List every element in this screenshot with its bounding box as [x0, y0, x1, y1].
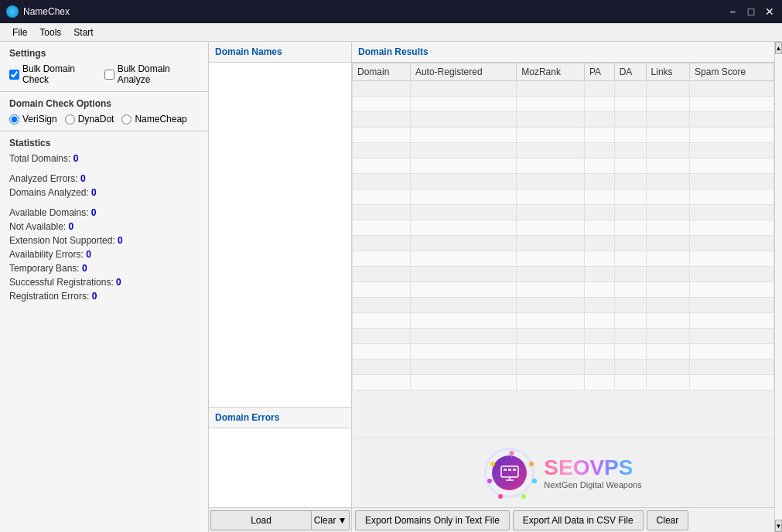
bulk-domain-check-label[interactable]: Bulk Domain Check — [9, 63, 98, 85]
results-toolbar: Export Domains Only in Text File Export … — [352, 507, 774, 532]
results-header-title: Domain Results — [358, 46, 429, 57]
menu-start[interactable]: Start — [67, 26, 99, 39]
table-row — [353, 159, 774, 174]
menu-tools[interactable]: Tools — [33, 26, 67, 39]
analyzed-errors-row: Analyzed Errors: 0 — [9, 173, 199, 184]
svg-point-5 — [487, 479, 492, 483]
scrollbar-track — [775, 54, 782, 520]
extension-not-supported-value: 0 — [118, 235, 123, 246]
table-header-row: Domain Auto-Registered MozRank PA DA Lin… — [353, 63, 774, 81]
scrollbar-up-arrow[interactable]: ▲ — [775, 42, 782, 54]
left-panel: Settings Bulk Domain Check Bulk Domain A… — [0, 42, 209, 532]
results-header: Domain Results — [352, 42, 774, 63]
right-area: Domain Names Domain Errors Load Clear ▼ … — [209, 42, 782, 532]
domains-analyzed-row: Domains Analyzed: 0 — [9, 187, 199, 198]
settings-section: Settings Bulk Domain Check Bulk Domain A… — [0, 42, 208, 92]
verisign-label[interactable]: VeriSign — [9, 114, 57, 124]
temporary-bans-row: Temporary Bans: 0 — [9, 263, 199, 274]
availability-errors-value: 0 — [86, 249, 91, 260]
analyzed-errors-value: 0 — [80, 173, 86, 184]
svg-point-6 — [490, 462, 495, 466]
domain-names-header: Domain Names — [209, 42, 351, 63]
svg-point-4 — [498, 494, 503, 499]
not-available-row: Not Available: 0 — [9, 221, 199, 232]
results-table: Domain Auto-Registered MozRank PA DA Lin… — [352, 63, 774, 390]
namecheap-text: NameCheap — [135, 114, 186, 124]
table-row — [353, 282, 774, 298]
results-tbody — [353, 81, 774, 390]
domain-names-panel: Domain Names Domain Errors Load Clear ▼ — [209, 42, 352, 532]
availability-errors-row: Availability Errors: 0 — [9, 249, 199, 260]
minimize-button[interactable]: − — [726, 5, 739, 18]
table-row — [353, 344, 774, 360]
domain-errors-header: Domain Errors — [209, 408, 351, 428]
namecheap-radio[interactable] — [121, 114, 131, 124]
seo-text: SEOVPS NextGen Digital Weapons — [544, 457, 641, 489]
results-table-container: Domain Auto-Registered MozRank PA DA Lin… — [352, 63, 774, 438]
table-row — [353, 81, 774, 97]
col-auto-registered: Auto-Registered — [410, 63, 516, 81]
table-row — [353, 174, 774, 189]
table-row — [353, 97, 774, 112]
logo-decoration — [487, 450, 537, 500]
table-row — [353, 112, 774, 128]
title-bar: NameChex − □ ✕ — [0, 0, 782, 23]
results-clear-button[interactable]: Clear — [647, 510, 689, 530]
domain-names-toolbar: Load Clear ▼ — [209, 507, 351, 532]
col-spam-score: Spam Score — [690, 63, 774, 81]
table-row — [353, 251, 774, 267]
dynadot-text: DynaDot — [78, 114, 114, 124]
table-row — [353, 298, 774, 313]
registration-errors-value: 0 — [92, 291, 97, 302]
available-domains-row: Available Domains: 0 — [9, 207, 199, 218]
verisign-text: VeriSign — [22, 114, 57, 124]
table-row — [353, 220, 774, 236]
bulk-domain-analyze-label[interactable]: Bulk Domain Analyze — [104, 63, 199, 85]
close-button[interactable]: ✕ — [763, 5, 776, 18]
bulk-domain-analyze-text: Bulk Domain Analyze — [118, 63, 199, 85]
successful-registrations-value: 0 — [116, 277, 121, 288]
settings-checkboxes: Bulk Domain Check Bulk Domain Analyze — [9, 63, 199, 85]
verisign-radio[interactable] — [9, 114, 19, 124]
col-pa: PA — [584, 63, 614, 81]
menu-bar: File Tools Start — [0, 23, 782, 42]
right-scrollbar: ▲ ▼ — [774, 42, 782, 532]
extension-not-supported-row: Extension Not Supported: 0 — [9, 235, 199, 246]
col-domain: Domain — [353, 63, 411, 81]
table-row — [353, 329, 774, 344]
domain-check-radio-row: VeriSign DynaDot NameCheap — [9, 114, 199, 124]
maximize-button[interactable]: □ — [745, 5, 757, 18]
table-row — [353, 143, 774, 159]
seo-logo: SEOVPS NextGen Digital Weapons — [484, 448, 641, 498]
dynadot-label[interactable]: DynaDot — [65, 114, 114, 124]
app-title: NameChex — [23, 6, 70, 17]
load-button[interactable]: Load — [210, 510, 311, 530]
namecheap-label[interactable]: NameCheap — [121, 114, 186, 124]
domains-analyzed-label: Domains Analyzed: 0 — [9, 187, 97, 198]
bulk-domain-check-input[interactable] — [9, 70, 19, 80]
clear-dropdown-button[interactable]: Clear ▼ — [311, 510, 350, 530]
clear-label: Clear — [314, 515, 336, 526]
logo-circle — [484, 448, 534, 498]
table-row — [353, 313, 774, 329]
total-domains-row: Total Domains: 0 — [9, 153, 199, 164]
dynadot-radio[interactable] — [65, 114, 75, 124]
table-row — [353, 375, 774, 390]
domain-errors-input[interactable] — [209, 428, 351, 507]
logo-area: SEOVPS NextGen Digital Weapons — [352, 438, 774, 507]
bulk-domain-analyze-input[interactable] — [104, 70, 114, 80]
registration-errors-row: Registration Errors: 0 — [9, 291, 199, 302]
scrollbar-down-arrow[interactable]: ▼ — [775, 520, 782, 532]
title-bar-left: NameChex — [6, 5, 70, 18]
export-text-button[interactable]: Export Domains Only in Text File — [355, 510, 510, 530]
total-domains-value: 0 — [73, 153, 79, 164]
table-row — [353, 267, 774, 282]
bulk-domain-check-text: Bulk Domain Check — [22, 63, 98, 85]
domain-check-options-title: Domain Check Options — [9, 98, 199, 109]
svg-point-3 — [521, 494, 526, 499]
domain-names-input[interactable] — [209, 63, 351, 407]
export-csv-button[interactable]: Export All Data in CSV File — [513, 510, 644, 530]
statistics-section: Statistics Total Domains: 0 Analyzed Err… — [0, 131, 208, 532]
table-row — [353, 236, 774, 251]
menu-file[interactable]: File — [6, 26, 33, 39]
